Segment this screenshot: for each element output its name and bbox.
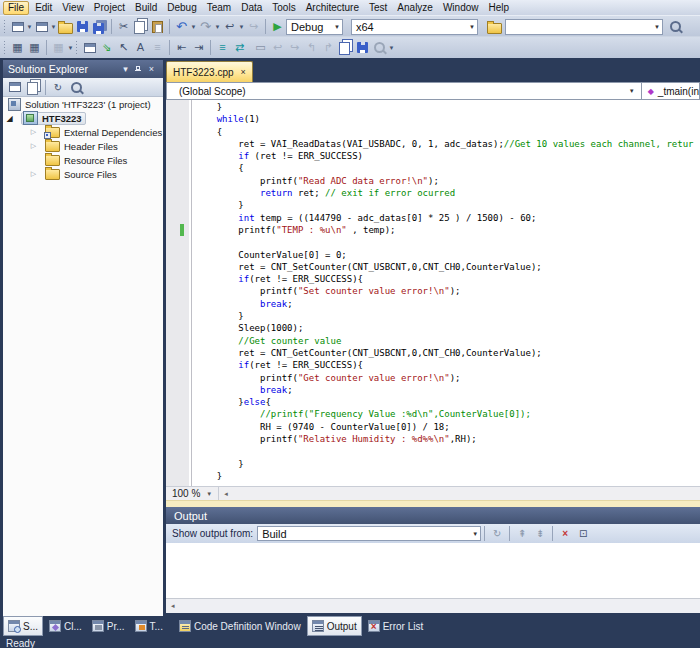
properties-icon[interactable] <box>6 79 24 95</box>
navigate-to-icon[interactable]: ⇘ <box>98 39 115 56</box>
bottom-tab-output[interactable]: Output <box>307 616 362 636</box>
new-project-icon[interactable] <box>9 18 26 35</box>
datagrid-icon[interactable]: ▦ <box>9 39 26 56</box>
menu-architecture[interactable]: Architecture <box>301 1 364 15</box>
bookmark-next-icon[interactable]: ↪ <box>286 39 303 56</box>
expand-arrow-icon[interactable]: ▷ <box>29 128 38 136</box>
start-debugging-icon[interactable]: ▶ <box>269 18 286 35</box>
menu-analyze[interactable]: Analyze <box>392 1 438 15</box>
window-position-icon[interactable]: ▾ <box>119 64 132 74</box>
bookmark-blue-1-icon[interactable] <box>337 39 354 56</box>
expand-arrow-icon[interactable]: ▷ <box>29 142 38 150</box>
tree-item-header-files[interactable]: ▷Header Files <box>3 139 163 153</box>
save-icon[interactable] <box>74 18 91 35</box>
find-box[interactable]: ▼ <box>505 19 663 35</box>
bottom-tab-team-explorer[interactable]: T... <box>131 616 167 636</box>
close-tab-icon[interactable]: × <box>241 68 246 77</box>
menu-project[interactable]: Project <box>89 1 130 15</box>
scope-dropdown[interactable]: (Global Scope) <box>167 86 246 97</box>
word-wrap-icon[interactable]: ⊡ <box>574 526 592 542</box>
bottom-tab-error-list[interactable]: Error List <box>364 616 428 636</box>
bookmark-panel-icon[interactable]: ▭ <box>252 39 269 56</box>
chevron-down-icon[interactable]: ▼ <box>629 88 641 94</box>
menu-view[interactable]: View <box>57 1 89 15</box>
solution-platform[interactable]: x64▼ <box>351 19 478 35</box>
copy-icon[interactable] <box>132 18 149 35</box>
menu-data[interactable]: Data <box>236 1 267 15</box>
view-class-diagram-icon[interactable] <box>67 79 85 95</box>
next-message-icon[interactable]: ⇟ <box>531 526 549 542</box>
tree-item-htf3223[interactable]: ◢HTF3223 <box>3 111 163 125</box>
tree-item-resource-files[interactable]: Resource Files <box>3 153 163 167</box>
increase-indent-icon[interactable]: ⇥ <box>190 39 207 56</box>
paste-icon[interactable] <box>149 18 166 35</box>
document-tab[interactable]: HTF3223.cpp × <box>166 61 253 82</box>
zoom-level[interactable]: 100 % <box>166 488 204 499</box>
editor-horizontal-scrollbar[interactable] <box>166 500 700 507</box>
bookmark-next-folder-icon[interactable]: ↱ <box>320 39 337 56</box>
uncomment-selection-icon[interactable]: ⇄ <box>231 39 248 56</box>
change-tracking-bar <box>180 224 184 236</box>
tree-item-solution-htf3223-1-project[interactable]: Solution 'HTF3223' (1 project) <box>3 97 163 111</box>
open-file-icon[interactable] <box>57 18 74 35</box>
find-message-icon[interactable]: ↻ <box>488 526 506 542</box>
output-source-combo[interactable]: Build ▼ <box>257 526 481 541</box>
bookmark-prev-icon[interactable]: ↩ <box>269 39 286 56</box>
bookmark-blue-2-icon[interactable] <box>354 39 371 56</box>
zoom-dropdown-icon[interactable]: ▼ <box>204 491 218 497</box>
navigate-backward-icon[interactable]: ↩ <box>221 18 238 35</box>
scroll-left-icon[interactable]: ◂ <box>219 490 228 498</box>
bottom-tab-class-view[interactable]: Cl... <box>45 616 86 636</box>
tree-item-external-dependencies[interactable]: ▷External Dependencies <box>3 125 163 139</box>
previous-message-icon[interactable]: ⇞ <box>513 526 531 542</box>
bottom-tab-solution-explorer[interactable]: S... <box>3 616 43 636</box>
menu-help[interactable]: Help <box>484 1 515 15</box>
menu-tools[interactable]: Tools <box>267 1 300 15</box>
navigate-forward-icon[interactable]: ↪ <box>245 18 262 35</box>
find-icon[interactable] <box>667 18 684 35</box>
menu-test[interactable]: Test <box>364 1 392 15</box>
clear-all-icon[interactable]: × <box>556 526 574 542</box>
indicator-margin[interactable] <box>166 100 189 486</box>
output-content[interactable] <box>166 543 700 598</box>
menu-window[interactable]: Window <box>438 1 484 15</box>
bottom-tab-label: Error List <box>383 621 424 632</box>
scroll-left-icon[interactable]: ◂ <box>166 602 175 610</box>
member-dropdown[interactable]: _tmain(in <box>658 86 699 97</box>
redo-icon[interactable]: ↷ <box>197 18 214 35</box>
datagrid-disabled-icon[interactable]: ▦ <box>50 39 67 56</box>
bottom-tab-code-definition[interactable]: Code Definition Window <box>175 616 305 636</box>
properties-window-icon[interactable] <box>81 39 98 56</box>
output-horizontal-scrollbar[interactable]: ◂ <box>166 598 700 613</box>
select-pointer-icon[interactable]: ↖ <box>115 39 132 56</box>
comment-selection-icon[interactable]: ≡ <box>214 39 231 56</box>
code-editor[interactable]: } while(1) { ret = VAI_ReadDatas(VAI_USB… <box>166 100 700 486</box>
bookmark-prev-folder-icon[interactable]: ↰ <box>303 39 320 56</box>
expand-arrow-icon[interactable]: ▷ <box>29 170 38 178</box>
menu-debug[interactable]: Debug <box>162 1 201 15</box>
show-all-files-icon[interactable] <box>24 79 42 95</box>
save-all-icon[interactable] <box>91 18 108 35</box>
look-in-folder-icon[interactable] <box>486 18 503 35</box>
cut-icon[interactable]: ✂ <box>115 18 132 35</box>
close-icon[interactable]: × <box>145 64 158 74</box>
bookmark-clear-icon[interactable] <box>371 39 388 56</box>
expand-arrow-icon[interactable]: ◢ <box>5 114 14 123</box>
undo-icon[interactable]: ↶ <box>173 18 190 35</box>
font-size-icon[interactable]: A <box>132 39 149 56</box>
menu-file[interactable]: File <box>3 1 29 15</box>
bottom-tab-property-manager[interactable]: Pr... <box>88 616 129 636</box>
menu-team[interactable]: Team <box>202 1 236 15</box>
auto-hide-pin-icon[interactable] <box>135 65 142 74</box>
refresh-icon[interactable]: ↻ <box>49 79 67 95</box>
document-outline-icon[interactable]: ≡ <box>149 39 166 56</box>
add-item-icon[interactable] <box>33 18 50 35</box>
menu-build[interactable]: Build <box>130 1 162 15</box>
menu-edit[interactable]: Edit <box>30 1 57 15</box>
tree-item-source-files[interactable]: ▷Source Files <box>3 167 163 181</box>
datagrid-alt-icon[interactable]: ▦ <box>26 39 43 56</box>
decrease-indent-icon[interactable]: ⇤ <box>173 39 190 56</box>
debug-configuration[interactable]: Debug▼ <box>286 19 343 35</box>
tree-item-label: Source Files <box>64 169 117 180</box>
code-line: printf("Relative Humidity : %d%%\n",RH); <box>195 433 700 445</box>
